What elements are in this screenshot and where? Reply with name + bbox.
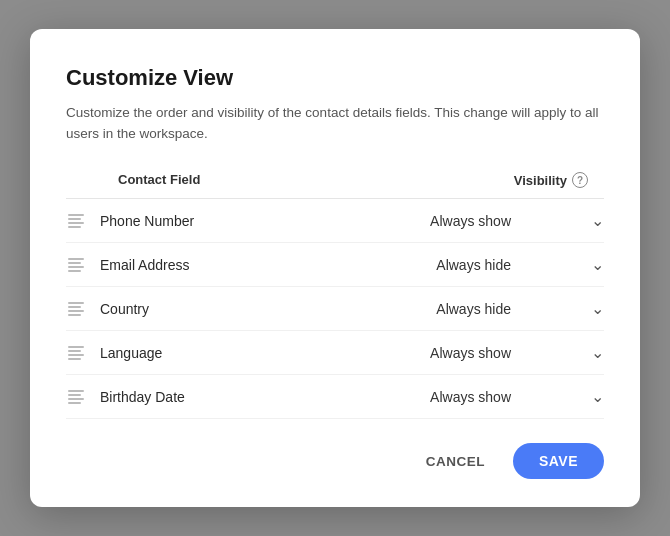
visibility-value-language: Always show bbox=[430, 345, 511, 361]
visibility-dropdown-phone-number[interactable]: Always show ⌄ bbox=[384, 211, 604, 230]
table-header: Contact Field Visibility ? bbox=[66, 172, 604, 199]
field-left: Email Address bbox=[66, 256, 189, 274]
save-button[interactable]: SAVE bbox=[513, 443, 604, 479]
drag-handle-icon[interactable] bbox=[66, 344, 86, 362]
table-row: Country Always hide ⌄ bbox=[66, 287, 604, 331]
chevron-down-icon: ⌄ bbox=[591, 255, 604, 274]
customize-view-modal: Customize View Customize the order and v… bbox=[30, 29, 640, 508]
visibility-value-phone-number: Always show bbox=[430, 213, 511, 229]
field-name-phone-number: Phone Number bbox=[100, 213, 194, 229]
visibility-value-country: Always hide bbox=[436, 301, 511, 317]
field-left: Language bbox=[66, 344, 162, 362]
field-name-language: Language bbox=[100, 345, 162, 361]
chevron-down-icon: ⌄ bbox=[591, 211, 604, 230]
visibility-value-email-address: Always hide bbox=[436, 257, 511, 273]
field-name-country: Country bbox=[100, 301, 149, 317]
visibility-dropdown-country[interactable]: Always hide ⌄ bbox=[384, 299, 604, 318]
chevron-down-icon: ⌄ bbox=[591, 343, 604, 362]
fields-list: Phone Number Always show ⌄ Email Address… bbox=[66, 199, 604, 419]
visibility-dropdown-email-address[interactable]: Always hide ⌄ bbox=[384, 255, 604, 274]
visibility-help-icon[interactable]: ? bbox=[572, 172, 588, 188]
field-left: Birthday Date bbox=[66, 388, 185, 406]
visibility-value-birthday-date: Always show bbox=[430, 389, 511, 405]
field-left: Country bbox=[66, 300, 149, 318]
table-row: Birthday Date Always show ⌄ bbox=[66, 375, 604, 419]
drag-handle-icon[interactable] bbox=[66, 256, 86, 274]
col-field-label: Contact Field bbox=[118, 172, 200, 188]
table-row: Language Always show ⌄ bbox=[66, 331, 604, 375]
modal-description: Customize the order and visibility of th… bbox=[66, 103, 604, 145]
table-row: Phone Number Always show ⌄ bbox=[66, 199, 604, 243]
table-row: Email Address Always hide ⌄ bbox=[66, 243, 604, 287]
chevron-down-icon: ⌄ bbox=[591, 387, 604, 406]
drag-handle-icon[interactable] bbox=[66, 388, 86, 406]
modal-title: Customize View bbox=[66, 65, 604, 91]
cancel-button[interactable]: CANCEL bbox=[414, 446, 497, 477]
visibility-dropdown-birthday-date[interactable]: Always show ⌄ bbox=[384, 387, 604, 406]
drag-handle-icon[interactable] bbox=[66, 300, 86, 318]
visibility-dropdown-language[interactable]: Always show ⌄ bbox=[384, 343, 604, 362]
field-left: Phone Number bbox=[66, 212, 194, 230]
modal-footer: CANCEL SAVE bbox=[66, 443, 604, 479]
field-name-birthday-date: Birthday Date bbox=[100, 389, 185, 405]
drag-handle-icon[interactable] bbox=[66, 212, 86, 230]
col-visibility-label: Visibility ? bbox=[514, 172, 588, 188]
chevron-down-icon: ⌄ bbox=[591, 299, 604, 318]
field-name-email-address: Email Address bbox=[100, 257, 189, 273]
